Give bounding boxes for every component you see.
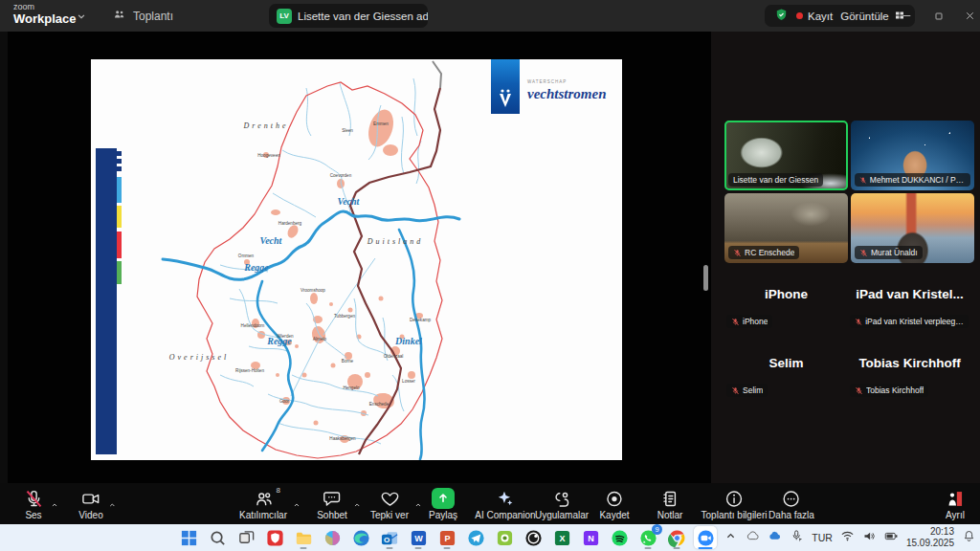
taskbar-edge[interactable] bbox=[349, 526, 372, 549]
logo-banner bbox=[491, 59, 520, 114]
toolbar-label: Kaydet bbox=[599, 510, 629, 520]
toolbar-kaydet[interactable]: Kaydet bbox=[599, 488, 629, 520]
chevron-up-icon[interactable] bbox=[352, 496, 362, 506]
taskbar-outlook[interactable]: O bbox=[378, 526, 401, 549]
notification-bell-icon[interactable] bbox=[962, 529, 976, 547]
participant-video-lisette-van-der-giessen[interactable]: Lisette van der Giessen bbox=[724, 121, 848, 190]
clock-time: 20:13 bbox=[906, 526, 954, 538]
running-indicator bbox=[415, 547, 422, 550]
taskbar-telegram[interactable] bbox=[464, 526, 487, 549]
record-dot bbox=[796, 12, 803, 19]
wifi-icon[interactable] bbox=[840, 529, 855, 547]
screen: zoom Workplace Toplantı LV Lisette van d… bbox=[0, 0, 980, 551]
participant-display-name: iPad van Kristel... bbox=[848, 287, 971, 301]
mic-muted-icon bbox=[855, 318, 862, 326]
cloud-icon[interactable] bbox=[746, 529, 760, 547]
minimize-button[interactable] bbox=[890, 0, 923, 32]
taskbar-zoom[interactable] bbox=[694, 526, 717, 549]
toolbar-ses[interactable]: Ses bbox=[22, 488, 45, 520]
participant-tile-iphone[interactable]: iPhoneiPhone bbox=[724, 279, 848, 348]
taskbar-word[interactable]: W bbox=[407, 526, 430, 549]
taskbar-powerpoint[interactable]: P bbox=[435, 526, 458, 549]
mic-tray-icon[interactable] bbox=[790, 529, 804, 547]
toolbar-label: Paylaş bbox=[429, 510, 457, 520]
participant-tile-selim[interactable]: SelimSelim bbox=[724, 348, 848, 417]
toolbar-daha-fazla[interactable]: Daha fazla bbox=[768, 488, 814, 520]
toolbar-tepki-ver[interactable]: Tepki ver bbox=[370, 488, 409, 520]
participant-count: 8 bbox=[277, 486, 280, 495]
toolbar-sohbet[interactable]: Sohbet bbox=[317, 488, 347, 520]
town-label: Denekamp bbox=[410, 318, 432, 322]
share-icon bbox=[432, 488, 455, 509]
participant-video-mehmet-dukkanci-presid[interactable]: Mehmet DUKKANCI / Presid... bbox=[851, 121, 974, 190]
scrollbar[interactable] bbox=[703, 265, 708, 291]
town-label: Borne bbox=[342, 359, 354, 364]
running-indicator bbox=[387, 547, 393, 550]
toolbar-ayr-l[interactable]: Ayrıl bbox=[944, 488, 967, 520]
toolbar-toplant-bilgileri[interactable]: Toplantı bilgileri bbox=[702, 488, 768, 520]
more-icon bbox=[780, 488, 803, 509]
tab-active-meeting[interactable]: LV Lisette van der Giessen adlı kişinin bbox=[269, 4, 428, 28]
taskbar-search[interactable] bbox=[206, 526, 229, 549]
windows-taskbar: OWPXN9 TUR 20:13 15.09.2025 bbox=[0, 524, 980, 551]
close-button[interactable] bbox=[953, 0, 980, 32]
toolbar-ai-companion[interactable]: AI Companion bbox=[475, 488, 535, 520]
leave-icon bbox=[944, 488, 967, 509]
chevron-up-icon[interactable] bbox=[292, 496, 301, 506]
taskbar-whatsapp[interactable]: 9 bbox=[636, 526, 659, 549]
taskbar-start[interactable] bbox=[177, 526, 200, 549]
taskbar-clock[interactable]: 20:13 15.09.2025 bbox=[906, 526, 954, 549]
taskbar-excel[interactable]: X bbox=[550, 526, 573, 549]
taskbar-chrome[interactable] bbox=[665, 526, 688, 549]
active-tab-title: Lisette van der Giessen adlı kişinin bbox=[298, 11, 428, 22]
toolbar-notlar[interactable]: Notlar bbox=[657, 488, 683, 520]
participant-display-name: Tobias Kirchhoff bbox=[848, 356, 971, 370]
toolbar-video[interactable]: Video bbox=[78, 488, 102, 520]
onedrive-icon[interactable] bbox=[768, 529, 782, 547]
taskbar-capture[interactable] bbox=[493, 526, 516, 549]
town-label: Wierden bbox=[277, 334, 294, 339]
toolbar-payla[interactable]: Paylaş bbox=[429, 488, 457, 520]
participant-name: Selim bbox=[743, 386, 763, 395]
record-label: Kayıt bbox=[808, 11, 833, 22]
participant-video-murat-nald[interactable]: Murat Ünaldı bbox=[851, 193, 974, 263]
participant-tile-ipad-van-kristel-verpleegkun[interactable]: iPad van Kristel...iPad van Kristel verp… bbox=[848, 279, 971, 348]
taskbar-task-view[interactable] bbox=[234, 526, 257, 549]
town-label: Losser bbox=[402, 379, 415, 384]
apps-icon bbox=[550, 488, 573, 509]
tray-chevron-up-icon[interactable] bbox=[724, 529, 738, 547]
taskbar-obs[interactable] bbox=[522, 526, 545, 549]
stripe-segment bbox=[117, 231, 122, 258]
town-label: Goor bbox=[279, 399, 290, 404]
taskbar-defender[interactable] bbox=[263, 526, 286, 549]
running-indicator bbox=[645, 547, 652, 550]
participant-video-rc-enschede[interactable]: RC Enschede bbox=[724, 193, 848, 263]
town-label: Hoogeveen bbox=[257, 153, 280, 158]
tab-meeting[interactable]: Toplantı bbox=[105, 5, 181, 27]
stripe-segment bbox=[117, 166, 122, 171]
participant-tile-tobias-kirchhoff[interactable]: Tobias KirchhoffTobias Kirchhoff bbox=[848, 348, 971, 417]
taskbar-spotify[interactable] bbox=[608, 526, 631, 549]
toolbar-kat-l-mc-lar[interactable]: 8Katılımcılar bbox=[239, 488, 287, 520]
volume-icon[interactable] bbox=[862, 529, 877, 547]
language-indicator[interactable]: TUR bbox=[812, 532, 833, 543]
record-indicator[interactable]: Kayıt bbox=[796, 11, 833, 22]
battery-icon[interactable] bbox=[884, 529, 899, 547]
stripe-segment bbox=[117, 206, 122, 228]
chevron-up-icon[interactable] bbox=[413, 496, 423, 506]
town-label: Haaksbergen bbox=[329, 436, 356, 441]
taskbar-explorer[interactable] bbox=[292, 526, 315, 549]
vechtstromen-logo: WATERSCHAP vechtstromen bbox=[491, 59, 607, 114]
taskbar-copilot[interactable] bbox=[321, 526, 344, 549]
chevron-up-icon[interactable] bbox=[50, 496, 59, 506]
town-label: Hardenberg bbox=[278, 221, 302, 226]
chevron-up-icon[interactable] bbox=[108, 496, 118, 506]
toolbar-label: Daha fazla bbox=[768, 510, 814, 520]
toolbar-uygulamalar[interactable]: Uygulamalar bbox=[535, 488, 589, 520]
chevron-down-icon[interactable] bbox=[75, 10, 88, 23]
taskbar-onenote[interactable]: N bbox=[579, 526, 602, 549]
toolbar-label: Katılımcılar bbox=[239, 510, 287, 520]
participant-name: RC Enschede bbox=[745, 248, 794, 257]
maximize-button[interactable] bbox=[923, 0, 955, 32]
map-german-border bbox=[350, 61, 441, 454]
